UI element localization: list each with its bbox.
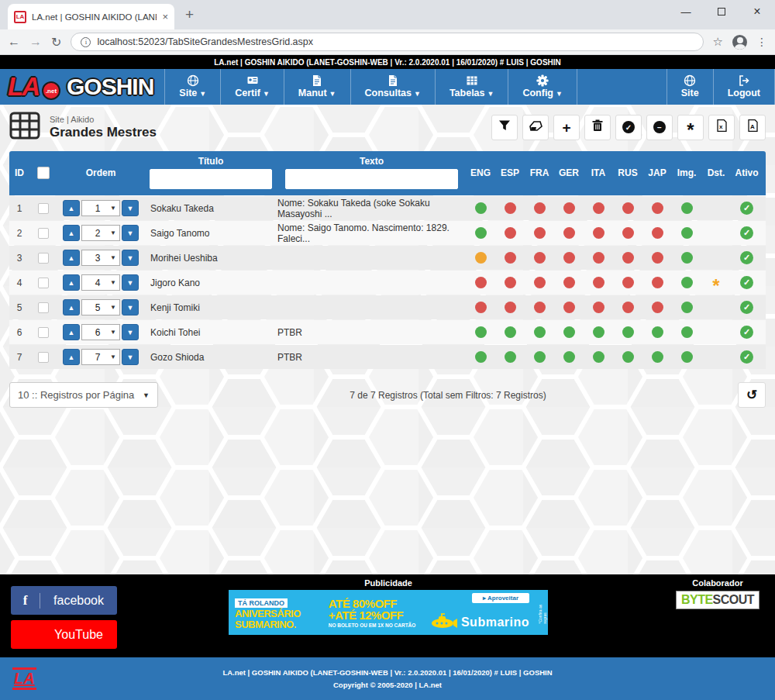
texto-filter-input[interactable] — [285, 169, 459, 189]
move-down-button[interactable]: ▼ — [122, 225, 139, 241]
forward-icon[interactable]: → — [29, 35, 42, 49]
row-id: 7 — [9, 352, 29, 363]
row-checkbox[interactable] — [38, 203, 49, 214]
tab-close-icon[interactable]: × — [162, 11, 168, 22]
status-dot-red — [652, 227, 663, 239]
titulo-filter-input[interactable] — [150, 169, 272, 189]
nav-item-logout[interactable]: Logout — [713, 69, 775, 105]
bookmark-star-icon[interactable]: ☆ — [713, 35, 723, 49]
delete-record-button[interactable] — [584, 115, 611, 140]
move-up-button[interactable]: ▲ — [63, 250, 80, 266]
order-select[interactable]: 2▼ — [81, 225, 120, 241]
table-row[interactable]: 3 ▲ 3▼ ▼ Morihei Ueshiba ✓ — [9, 246, 766, 270]
row-checkbox[interactable] — [38, 302, 49, 313]
col-header-texto: Texto — [360, 156, 384, 167]
move-down-button[interactable]: ▼ — [122, 299, 139, 316]
pagination-bar: 10 :: Registros por Página ▼ 7 de 7 Regi… — [9, 382, 766, 408]
order-select[interactable]: 5▼ — [81, 299, 120, 316]
reload-icon[interactable]: ↻ — [51, 35, 61, 50]
add-record-button[interactable]: + — [553, 115, 580, 140]
row-checkbox[interactable] — [38, 352, 49, 363]
youtube-button[interactable]: YouTube — [11, 620, 117, 649]
browser-menu-icon[interactable]: ⋮ — [756, 36, 767, 48]
status-dot-red — [652, 302, 663, 313]
export-pdf-button[interactable]: A — [739, 115, 766, 140]
move-down-button[interactable]: ▼ — [122, 349, 139, 365]
minus-circle-icon: − — [653, 121, 666, 133]
status-dot-green — [475, 326, 487, 338]
order-select[interactable]: 6▼ — [81, 324, 120, 340]
main-content: Site | Aikido Grandes Mestres + ✓ − * x … — [0, 105, 775, 574]
row-checkbox[interactable] — [38, 228, 49, 239]
order-select[interactable]: 4▼ — [81, 274, 120, 291]
browser-tab[interactable]: LA LA.net | GOSHIN AIKIDO (LANET × — [8, 4, 174, 29]
status-dot-red — [505, 202, 516, 214]
row-checkbox[interactable] — [38, 253, 49, 264]
activate-button[interactable]: ✓ — [615, 115, 642, 140]
logout-icon — [738, 74, 750, 87]
nav-item-site-link[interactable]: Site — [666, 69, 713, 105]
move-up-button[interactable]: ▲ — [63, 274, 80, 291]
status-dot-red — [593, 227, 604, 239]
table-row[interactable]: 4 ▲ 4▼ ▼ Jigoro Kano * ✓ — [9, 271, 766, 295]
move-up-button[interactable]: ▲ — [63, 349, 80, 365]
window-minimize-button[interactable]: — — [668, 0, 704, 23]
nav-item-tabelas[interactable]: Tabelas▼ — [435, 69, 508, 105]
move-down-button[interactable]: ▼ — [122, 200, 139, 216]
move-up-button[interactable]: ▲ — [63, 225, 80, 241]
ad-banner[interactable]: TÁ ROLANDO ANIVERSÁRIO SUBMARINO. ATÉ 80… — [229, 590, 548, 635]
order-select[interactable]: 1▼ — [81, 200, 120, 216]
order-select[interactable]: 7▼ — [81, 349, 120, 365]
table-row[interactable]: 6 ▲ 6▼ ▼ Koichi Tohei PTBR ✓ — [9, 320, 766, 344]
logo-la: LA — [8, 72, 39, 102]
app-logo[interactable]: LA .net GOSHIN — [0, 69, 164, 105]
status-dot-green — [475, 227, 487, 239]
nav-item-certif[interactable]: Certif▼ — [220, 69, 284, 105]
row-checkbox[interactable] — [38, 327, 49, 338]
move-down-button[interactable]: ▼ — [122, 324, 139, 340]
move-up-button[interactable]: ▲ — [63, 324, 80, 340]
deactivate-button[interactable]: − — [646, 115, 673, 140]
chevron-down-icon: ▼ — [199, 90, 206, 98]
move-up-button[interactable]: ▲ — [63, 299, 80, 316]
page-size-select[interactable]: 10 :: Registros por Página ▼ — [9, 382, 158, 408]
refresh-button[interactable]: ↺ — [738, 382, 766, 408]
profile-avatar-icon[interactable] — [732, 35, 747, 50]
move-down-button[interactable]: ▼ — [122, 250, 139, 266]
status-dot-red — [563, 252, 575, 264]
active-check-icon: ✓ — [740, 251, 753, 264]
facebook-button[interactable]: f facebook — [11, 586, 117, 615]
page-info-icon[interactable]: i — [81, 37, 91, 47]
row-texto: PTBR — [277, 352, 466, 363]
ad-cta-button[interactable]: ▸ Aproveitar — [472, 593, 529, 603]
back-icon[interactable]: ← — [8, 35, 20, 49]
table-row[interactable]: 5 ▲ 5▼ ▼ Kenji Tomiki ✓ — [9, 295, 766, 319]
address-bar[interactable]: i localhost:52023/TabSiteGrandesMestresG… — [71, 33, 703, 51]
order-select[interactable]: 3▼ — [81, 250, 120, 266]
move-up-button[interactable]: ▲ — [63, 200, 80, 216]
dst-asterisk-icon: * — [712, 282, 719, 290]
nav-item-manut[interactable]: Manut▼ — [284, 69, 350, 105]
window-maximize-button[interactable] — [704, 0, 739, 23]
nav-item-consultas[interactable]: Consultas▼ — [350, 69, 435, 105]
table-row[interactable]: 2 ▲ 2▼ ▼ Saigo Tanomo Nome: Saigo Tanomo… — [9, 221, 766, 245]
col-header-ativo: Ativo — [735, 167, 759, 178]
table-row[interactable]: 1 ▲ 1▼ ▼ Sokaku Takeda Nome: Sokaku Take… — [9, 196, 766, 220]
row-checkbox[interactable] — [38, 278, 49, 288]
move-down-button[interactable]: ▼ — [122, 274, 139, 291]
highlight-button[interactable]: * — [677, 115, 704, 140]
select-all-checkbox[interactable] — [37, 167, 50, 179]
export-excel-button[interactable]: x — [708, 115, 735, 140]
status-dot-green — [681, 227, 693, 239]
bytescout-logo[interactable]: BYTESCOUT — [676, 591, 760, 609]
table-row[interactable]: 7 ▲ 7▼ ▼ Gozo Shioda PTBR ✓ — [9, 345, 766, 369]
window-close-button[interactable]: × — [739, 0, 775, 23]
nav-item-config[interactable]: Config▼ — [508, 69, 577, 105]
filter-button[interactable] — [491, 115, 518, 140]
pdf-file-icon: A — [748, 119, 758, 135]
status-dot-red — [593, 302, 604, 313]
grandes-mestres-grid: ID Ordem Título Texto ENG ESP FRA GER IT… — [9, 151, 766, 369]
new-tab-button[interactable]: + — [185, 6, 194, 23]
clear-filter-button[interactable] — [522, 115, 549, 140]
nav-item-site[interactable]: Site▼ — [164, 69, 220, 105]
